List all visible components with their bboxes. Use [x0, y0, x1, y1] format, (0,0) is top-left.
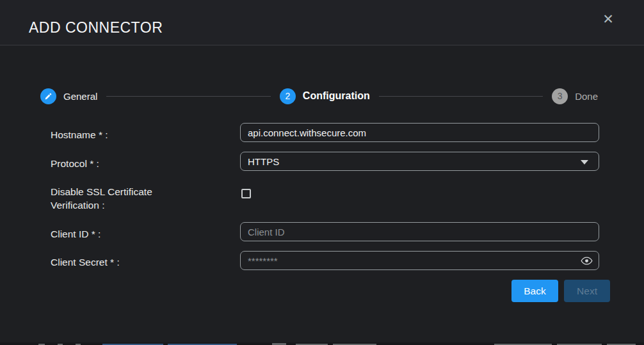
stepper-connector — [106, 96, 270, 97]
client-secret-field-wrap — [240, 251, 599, 270]
client-id-input[interactable] — [240, 222, 599, 241]
protocol-select[interactable]: HTTPS — [240, 152, 599, 171]
client-secret-label: Client Secret * : — [51, 255, 120, 269]
client-secret-input[interactable] — [240, 251, 599, 270]
step-configuration[interactable]: 2 Configuration — [280, 88, 370, 104]
client-id-label: Client ID * : — [51, 227, 101, 241]
hostname-label: Hostname * : — [51, 128, 108, 141]
next-button[interactable]: Next — [564, 280, 610, 302]
protocol-field-wrap: HTTPS — [240, 152, 599, 171]
hostname-input[interactable] — [240, 123, 599, 142]
dialog-title: ADD CONNECTOR — [29, 19, 163, 36]
add-connector-dialog: ADD CONNECTOR ✕ General 2 Configuration … — [0, 0, 644, 342]
chevron-down-icon — [581, 160, 588, 164]
protocol-selected-value: HTTPS — [248, 156, 279, 167]
back-button[interactable]: Back — [511, 280, 558, 302]
client-id-field-wrap — [240, 222, 599, 241]
dialog-header: ADD CONNECTOR ✕ — [0, 0, 644, 45]
step-configuration-circle: 2 — [280, 88, 296, 104]
ssl-verification-label: Disable SSL Certificate Verification : — [51, 185, 198, 212]
wizard-stepper: General 2 Configuration 3 Done — [40, 88, 598, 104]
background-page-edge — [0, 342, 644, 345]
stepper-connector — [379, 96, 543, 97]
ssl-verification-checkbox[interactable] — [241, 189, 251, 198]
step-done: 3 Done — [552, 88, 598, 104]
step-done-label: Done — [575, 91, 598, 102]
step-general-circle — [40, 88, 56, 104]
step-configuration-label: Configuration — [303, 90, 370, 102]
show-password-button[interactable] — [579, 254, 593, 267]
step-done-circle: 3 — [552, 88, 568, 104]
protocol-label: Protocol * : — [51, 157, 99, 170]
step-general-label: General — [63, 91, 97, 102]
step-general[interactable]: General — [40, 88, 97, 104]
hostname-field-wrap — [240, 123, 599, 142]
close-icon[interactable]: ✕ — [599, 10, 617, 28]
pencil-icon — [44, 92, 52, 100]
eye-icon — [581, 256, 593, 266]
